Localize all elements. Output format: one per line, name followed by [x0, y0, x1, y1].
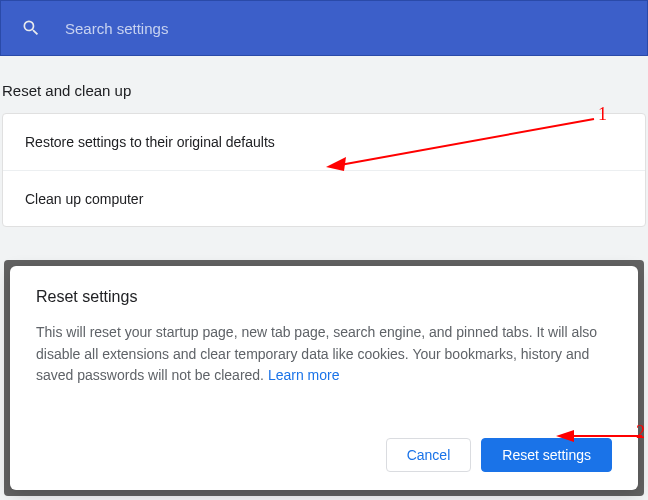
- learn-more-link[interactable]: Learn more: [268, 367, 340, 383]
- row-clean-up-computer[interactable]: Clean up computer: [3, 170, 645, 226]
- dialog-body: This will reset your startup page, new t…: [36, 322, 612, 424]
- row-label: Clean up computer: [25, 191, 143, 207]
- reset-settings-dialog: Reset settings This will reset your star…: [10, 266, 638, 490]
- section-title: Reset and clean up: [0, 56, 648, 113]
- dialog-title: Reset settings: [36, 288, 612, 306]
- reset-panel: Restore settings to their original defau…: [2, 113, 646, 227]
- dialog-buttons: Cancel Reset settings: [36, 438, 612, 472]
- search-icon: [21, 18, 41, 38]
- annotation-label-1: 1: [598, 104, 607, 125]
- row-label: Restore settings to their original defau…: [25, 134, 275, 150]
- dialog-backdrop: Reset settings This will reset your star…: [4, 260, 644, 496]
- cancel-button[interactable]: Cancel: [386, 438, 472, 472]
- row-restore-defaults[interactable]: Restore settings to their original defau…: [3, 114, 645, 170]
- reset-settings-button[interactable]: Reset settings: [481, 438, 612, 472]
- annotation-label-2: 2: [636, 422, 645, 443]
- search-input[interactable]: [65, 20, 631, 37]
- search-bar[interactable]: [0, 0, 648, 56]
